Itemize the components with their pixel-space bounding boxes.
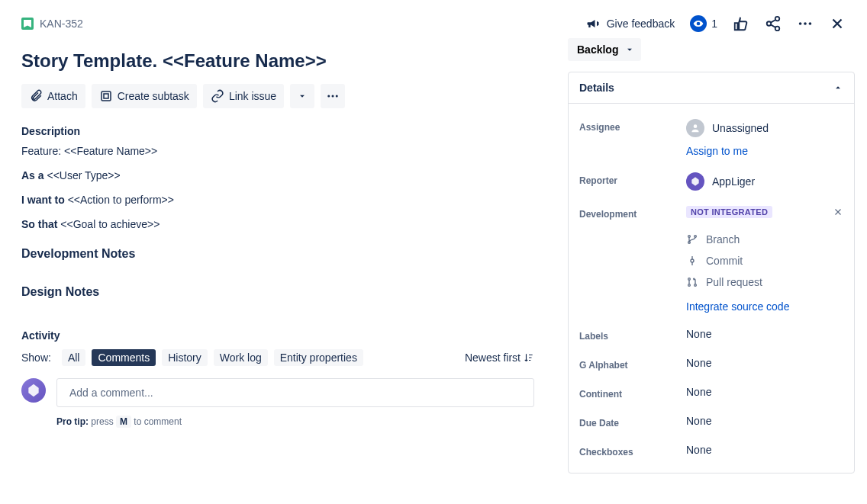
issue-title[interactable]: Story Template. <<Feature Name>>: [21, 50, 534, 72]
protip-text: Pro tip: press M to comment: [56, 416, 534, 427]
link-issue-button[interactable]: Link issue: [203, 84, 284, 108]
feature-line: Feature: <<Feature Name>>: [21, 145, 534, 157]
like-button[interactable]: [733, 15, 749, 32]
labels-value[interactable]: None: [686, 328, 843, 340]
description-label: Description: [21, 125, 534, 137]
sort-icon: [524, 352, 534, 363]
megaphone-icon: [585, 16, 601, 31]
svg-point-13: [695, 236, 697, 238]
close-button[interactable]: [829, 15, 846, 32]
eye-icon: [690, 15, 707, 32]
share-button[interactable]: [765, 15, 782, 32]
svg-rect-6: [102, 91, 111, 101]
development-label: Development: [579, 206, 686, 220]
reporter-avatar-icon: [686, 172, 704, 191]
attach-button[interactable]: Attach: [21, 84, 85, 108]
link-issue-dropdown[interactable]: [290, 84, 314, 108]
reporter-value[interactable]: AppLiger: [686, 172, 843, 191]
more-actions-button[interactable]: [797, 15, 814, 32]
tab-history[interactable]: History: [162, 349, 208, 366]
branch-icon: [686, 233, 698, 246]
description-body[interactable]: Feature: <<Feature Name>> As a <<User Ty…: [21, 145, 534, 299]
due-date-label: Due Date: [579, 415, 686, 429]
watch-button[interactable]: 1: [690, 15, 717, 32]
current-user-avatar: [21, 378, 46, 403]
due-date-value[interactable]: None: [686, 415, 843, 427]
svg-rect-7: [104, 94, 108, 98]
link-icon: [211, 89, 224, 103]
svg-point-9: [332, 95, 334, 98]
dev-commit[interactable]: Commit: [686, 250, 843, 271]
dev-notes-heading: Development Notes: [21, 247, 534, 261]
svg-point-16: [688, 278, 691, 281]
svg-point-2: [775, 27, 780, 30]
svg-point-0: [775, 17, 780, 21]
design-notes-heading: Design Notes: [21, 285, 534, 299]
dev-branch[interactable]: Branch: [686, 229, 843, 250]
tab-comments[interactable]: Comments: [92, 349, 156, 366]
continent-value[interactable]: None: [686, 386, 843, 398]
feedback-button[interactable]: Give feedback: [585, 16, 675, 31]
create-subtask-button[interactable]: Create subtask: [92, 84, 197, 108]
checkboxes-value[interactable]: None: [686, 444, 843, 456]
tab-entity-properties[interactable]: Entity properties: [274, 349, 363, 366]
commit-icon: [686, 255, 698, 267]
svg-point-8: [327, 95, 330, 98]
svg-point-12: [688, 236, 691, 238]
svg-point-4: [804, 22, 807, 25]
svg-point-3: [799, 22, 802, 25]
details-header[interactable]: Details: [569, 72, 854, 104]
dev-dismiss-icon[interactable]: [833, 207, 843, 217]
dev-pull-request[interactable]: Pull request: [686, 271, 843, 293]
assignee-label: Assignee: [579, 119, 686, 133]
integrate-source-link[interactable]: Integrate source code: [686, 300, 843, 313]
watch-count: 1: [711, 18, 717, 30]
svg-point-17: [688, 284, 691, 287]
story-type-icon: [21, 18, 34, 30]
svg-point-11: [694, 124, 698, 128]
tab-worklog[interactable]: Work log: [214, 349, 268, 366]
comment-input[interactable]: Add a comment...: [56, 378, 534, 407]
svg-point-10: [336, 95, 338, 98]
svg-point-5: [809, 22, 812, 25]
labels-label: Labels: [579, 328, 686, 342]
checkboxes-label: Checkboxes: [579, 444, 686, 457]
assignee-value[interactable]: Unassigned: [686, 119, 843, 137]
feedback-label: Give feedback: [607, 18, 675, 30]
g-alphabet-label: G Alphabet: [579, 357, 686, 371]
chevron-up-icon: [833, 82, 843, 93]
assign-to-me-link[interactable]: Assign to me: [686, 145, 843, 157]
continent-label: Continent: [579, 386, 686, 400]
chevron-down-icon: [624, 44, 635, 55]
subtask-icon: [99, 89, 113, 103]
show-label: Show:: [21, 352, 51, 364]
activity-label: Activity: [21, 329, 534, 342]
svg-point-18: [695, 284, 697, 287]
reporter-label: Reporter: [579, 172, 686, 186]
attach-icon: [29, 89, 43, 103]
status-dropdown[interactable]: Backlog: [568, 38, 641, 61]
pull-request-icon: [686, 276, 698, 288]
toolbar-more-button[interactable]: [321, 84, 345, 108]
svg-point-1: [767, 21, 772, 26]
issue-key[interactable]: KAN-352: [40, 18, 83, 30]
g-alphabet-value[interactable]: None: [686, 357, 843, 369]
integration-badge: NOT INTEGRATED: [686, 206, 772, 218]
sort-toggle[interactable]: Newest first: [465, 352, 534, 364]
svg-point-15: [691, 259, 694, 262]
tab-all[interactable]: All: [62, 349, 86, 366]
unassigned-avatar-icon: [686, 119, 704, 137]
